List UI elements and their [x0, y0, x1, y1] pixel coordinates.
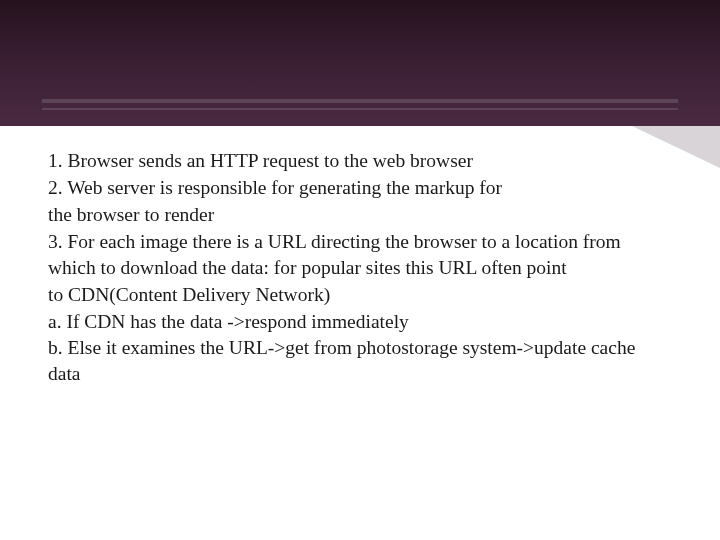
content-line-2: 2. Web server is responsible for generat… [48, 175, 648, 201]
content-line-4: to CDN(Content Delivery Network) [48, 282, 648, 308]
header-rule-top [42, 99, 678, 103]
content-line-2b: the browser to render [48, 202, 648, 228]
content-line-3: 3. For each image there is a URL directi… [48, 229, 648, 281]
content-line-6: b. Else it examines the URL->get from ph… [48, 335, 648, 387]
slide: 1. Browser sends an HTTP request to the … [0, 0, 720, 540]
content-line-1: 1. Browser sends an HTTP request to the … [48, 148, 648, 174]
content-line-5: a. If CDN has the data ->respond immedia… [48, 309, 648, 335]
header-band [0, 0, 720, 126]
slide-content: 1. Browser sends an HTTP request to the … [48, 148, 648, 388]
header-rule-bottom [42, 108, 678, 110]
